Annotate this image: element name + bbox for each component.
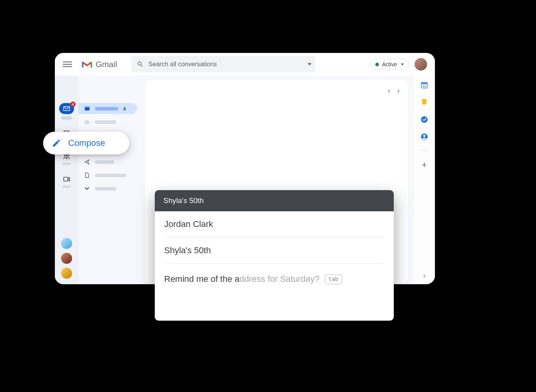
app-name: Gmail — [96, 60, 117, 69]
compose-body-typed: Remind me of the a — [164, 273, 239, 285]
compose-title[interactable]: Shyla's 50th — [155, 190, 394, 211]
compose-body-field[interactable]: Remind me of the address for Saturday? t… — [164, 264, 384, 285]
search-bar[interactable]: Search all conversations — [131, 56, 315, 73]
collapse-panel-button[interactable]: › — [423, 272, 425, 279]
folder-label-placeholder — [95, 187, 116, 191]
sent-icon — [84, 159, 90, 165]
compose-subject-field[interactable]: Shyla's 50th — [164, 238, 384, 264]
inbox-count: 4 — [123, 106, 126, 112]
contacts-icon[interactable] — [420, 133, 428, 141]
pencil-icon — [52, 138, 61, 148]
chevron-down-icon — [401, 64, 404, 65]
document-icon — [84, 172, 90, 178]
folder-label-placeholder — [95, 160, 114, 164]
svg-rect-4 — [85, 107, 89, 107]
tab-hint-chip: tab — [325, 274, 342, 285]
rail-label-placeholder — [61, 116, 72, 120]
side-panel: 31 + › — [414, 76, 435, 284]
mail-badge: 4 — [70, 102, 76, 107]
nav-prev-button[interactable]: ‹ — [388, 87, 390, 95]
svg-rect-2 — [64, 177, 68, 181]
compose-label: Compose — [68, 138, 105, 148]
mail-icon — [63, 106, 70, 111]
keep-icon[interactable] — [420, 98, 428, 106]
app-header: Gmail Search all conversations Active — [55, 53, 435, 76]
nav-next-button[interactable]: › — [397, 87, 400, 95]
folder-label-placeholder — [95, 174, 126, 177]
add-addon-button[interactable]: + — [422, 160, 427, 170]
gmail-m-icon — [81, 60, 92, 68]
side-panel-divider — [420, 150, 428, 151]
folder-sent[interactable] — [78, 156, 137, 167]
contact-avatar[interactable] — [61, 238, 72, 249]
search-placeholder: Search all conversations — [148, 61, 217, 68]
rail-label-placeholder — [62, 163, 71, 165]
tasks-icon[interactable] — [420, 116, 428, 123]
folder-starred[interactable]: ☆ — [78, 116, 137, 127]
folder-list: 4 ☆ — [78, 76, 141, 284]
folder-label-placeholder — [95, 107, 118, 111]
rail-label-placeholder — [62, 185, 71, 188]
status-chip[interactable]: Active — [370, 59, 409, 70]
folder-label-placeholder — [95, 120, 116, 124]
compose-window: Shyla's 50th Jordan Clark Shyla's 50th R… — [155, 190, 394, 321]
status-label: Active — [382, 61, 397, 67]
folder-more[interactable] — [78, 183, 137, 194]
gmail-logo[interactable]: Gmail — [81, 60, 117, 69]
folder-inbox[interactable]: 4 — [78, 103, 137, 114]
contact-avatar[interactable] — [61, 268, 72, 279]
meet-icon[interactable] — [63, 175, 71, 183]
chevron-down-icon — [84, 187, 90, 190]
svg-rect-9 — [424, 104, 425, 105]
compose-button[interactable]: Compose — [43, 132, 129, 154]
compose-recipient-field[interactable]: Jordan Clark — [164, 211, 384, 238]
contact-avatar[interactable] — [61, 253, 72, 264]
folder-drafts[interactable] — [78, 170, 137, 181]
svg-point-12 — [423, 135, 426, 137]
main-menu-button[interactable] — [63, 60, 72, 69]
svg-text:31: 31 — [423, 84, 426, 88]
star-icon: ☆ — [84, 118, 90, 126]
rail-mail-button[interactable]: 4 — [59, 103, 74, 114]
account-avatar[interactable] — [415, 58, 427, 71]
svg-rect-7 — [422, 82, 427, 84]
calendar-icon[interactable]: 31 — [420, 81, 428, 89]
status-active-dot — [375, 63, 379, 66]
search-options-icon[interactable] — [308, 63, 311, 65]
compose-body-suggestion: ddress for Saturday? — [239, 273, 319, 285]
search-icon — [137, 61, 144, 68]
app-rail-left: 4 — [55, 76, 78, 284]
inbox-icon — [84, 106, 90, 111]
